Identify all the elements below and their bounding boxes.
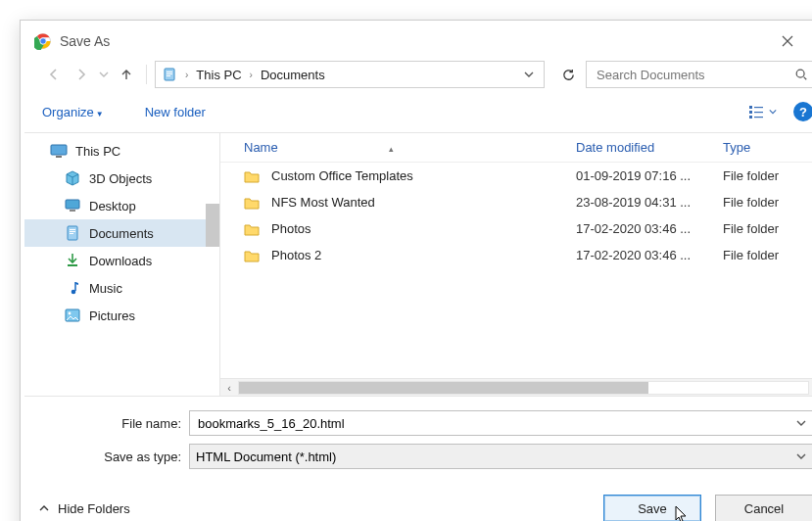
svg-rect-10 (749, 116, 752, 118)
filename-dropdown[interactable] (796, 418, 806, 428)
view-options-button[interactable] (742, 101, 784, 122)
filename-label: File name: (24, 416, 189, 431)
back-button[interactable] (42, 63, 66, 86)
tree-desktop[interactable]: Desktop (24, 192, 219, 219)
desktop-icon (64, 198, 81, 213)
file-list: Name ▴ Date modified Type Custom Office … (220, 133, 812, 396)
savetype-row: Save as type: HTML Document (*.html) (24, 442, 812, 471)
hide-folders-toggle[interactable]: Hide Folders (38, 501, 130, 516)
scroll-left-icon[interactable]: ‹ (220, 382, 238, 394)
breadcrumb-documents[interactable]: Documents (259, 68, 327, 82)
row-name: Photos (271, 221, 576, 236)
folder-icon (244, 222, 262, 236)
refresh-button[interactable] (554, 61, 582, 88)
chevron-right-icon: › (244, 70, 259, 80)
window-title: Save As (60, 33, 110, 49)
folder-icon (244, 249, 262, 262)
svg-rect-15 (56, 156, 62, 158)
tree-downloads[interactable]: Downloads (24, 247, 219, 274)
titlebar: Save As (24, 24, 812, 58)
tree-music[interactable]: Music (24, 274, 219, 302)
up-button[interactable] (115, 63, 138, 86)
organize-label: Organize (42, 105, 94, 119)
tree-scrollbar-thumb[interactable] (206, 204, 219, 247)
toolbar: Organize▼ New folder ? (24, 91, 812, 132)
row-type: File folder (723, 195, 812, 210)
row-type: File folder (723, 168, 812, 183)
row-date: 17-02-2020 03:46 ... (576, 248, 723, 262)
help-button[interactable]: ? (793, 102, 812, 121)
pc-icon (50, 143, 68, 159)
row-date: 01-09-2019 07:16 ... (576, 168, 723, 183)
tree-pictures[interactable]: Pictures (24, 302, 219, 329)
tree-label: 3D Objects (89, 171, 152, 186)
tree-this-pc[interactable]: This PC (24, 137, 219, 165)
save-as-dialog: Save As › This PC › Documents (20, 20, 812, 521)
address-bar[interactable]: › This PC › Documents (155, 61, 545, 88)
search-box[interactable] (586, 61, 812, 88)
search-input[interactable] (595, 67, 794, 83)
savetype-dropdown[interactable] (796, 451, 806, 461)
savetype-field[interactable]: HTML Document (*.html) (189, 444, 812, 469)
table-row[interactable]: Custom Office Templates01-09-2019 07:16 … (220, 163, 812, 189)
svg-rect-12 (754, 112, 763, 113)
filename-row: File name: (24, 408, 812, 438)
table-row[interactable]: Photos 217-02-2020 03:46 ...File folder (220, 242, 812, 268)
cancel-button[interactable]: Cancel (715, 495, 812, 521)
svg-rect-21 (70, 233, 73, 234)
cursor-icon (675, 505, 689, 521)
row-date: 23-08-2019 04:31 ... (576, 195, 723, 210)
chevron-up-icon (38, 502, 50, 514)
svg-rect-5 (167, 73, 172, 74)
tree-3d-objects[interactable]: 3D Objects (24, 165, 219, 192)
chevron-right-icon: › (179, 70, 194, 80)
nav-tree: This PC 3D Objects Desktop Documents Dow… (24, 133, 220, 396)
breadcrumb-this-pc[interactable]: This PC (194, 68, 243, 82)
savetype-value: HTML Document (*.html) (196, 450, 336, 464)
separator (146, 65, 147, 84)
documents-icon (64, 225, 81, 241)
col-name[interactable]: Name ▴ (244, 140, 576, 155)
tree-label: Music (89, 281, 122, 296)
nav-row: › This PC › Documents (24, 58, 812, 91)
search-icon (794, 68, 808, 81)
tree-documents[interactable]: Documents (24, 219, 219, 247)
filename-input[interactable] (196, 415, 796, 432)
recent-dropdown[interactable] (97, 63, 111, 86)
svg-rect-16 (66, 200, 79, 209)
folder-icon (244, 169, 262, 183)
address-dropdown[interactable] (518, 70, 540, 79)
tree-label: Documents (89, 226, 154, 241)
col-date[interactable]: Date modified (576, 140, 723, 155)
organize-menu[interactable]: Organize▼ (38, 101, 108, 123)
svg-rect-19 (70, 229, 75, 230)
scroll-thumb[interactable] (239, 382, 648, 394)
close-button[interactable] (782, 35, 812, 47)
save-button[interactable]: Save (603, 495, 701, 521)
col-type[interactable]: Type (723, 140, 812, 155)
row-type: File folder (723, 248, 812, 262)
table-row[interactable]: NFS Most Wanted23-08-2019 04:31 ...File … (220, 189, 812, 215)
svg-rect-17 (70, 210, 75, 212)
row-date: 17-02-2020 03:46 ... (576, 221, 723, 236)
forward-button[interactable] (70, 63, 93, 86)
table-row[interactable]: Photos17-02-2020 03:46 ...File folder (220, 215, 812, 242)
folder-icon (244, 196, 262, 210)
row-name: NFS Most Wanted (271, 195, 576, 210)
svg-rect-6 (167, 75, 170, 76)
row-type: File folder (723, 221, 812, 236)
tree-label: Desktop (89, 199, 136, 213)
new-folder-button[interactable]: New folder (141, 101, 210, 123)
svg-rect-13 (754, 117, 763, 118)
savetype-label: Save as type: (24, 450, 189, 464)
filename-field[interactable] (189, 410, 812, 436)
svg-point-23 (72, 290, 76, 295)
scroll-track[interactable] (238, 381, 809, 395)
svg-rect-9 (749, 111, 752, 114)
row-name: Custom Office Templates (271, 168, 576, 183)
chrome-icon (34, 32, 52, 50)
horizontal-scrollbar[interactable]: ‹ › (220, 378, 812, 396)
music-icon (64, 280, 81, 296)
sort-caret-icon: ▴ (389, 144, 394, 154)
tree-label: Pictures (89, 308, 135, 323)
